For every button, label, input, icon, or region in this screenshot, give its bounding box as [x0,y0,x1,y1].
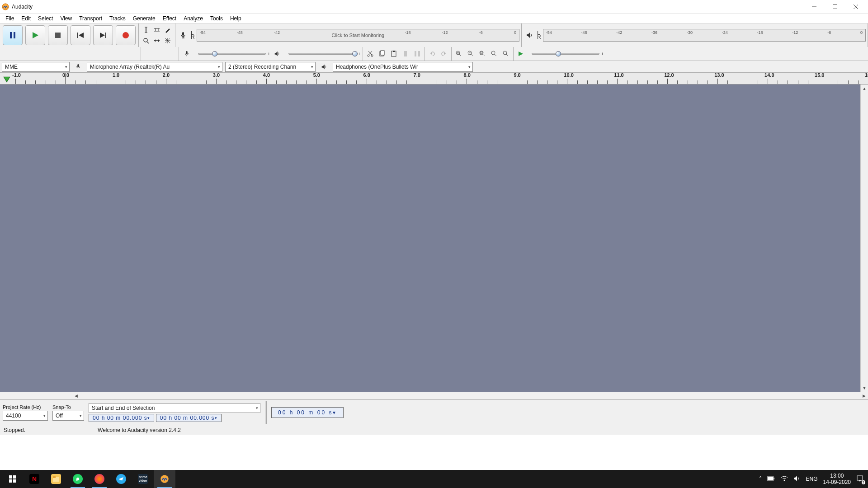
svg-line-32 [368,51,372,55]
redo-button[interactable] [439,48,449,59]
menu-transport[interactable]: Transport [75,14,106,23]
tray-notifications-icon[interactable]: 2 [856,475,863,483]
speaker-icon[interactable] [524,29,535,41]
menu-tools[interactable]: Tools [207,14,226,23]
scroll-right-icon[interactable]: ▶ [860,392,868,399]
menu-view[interactable]: View [57,14,75,23]
playback-meter-toolbar: LR -54-48-42-36-30-24-18-12-60 [522,23,868,47]
scroll-left-icon[interactable]: ◀ [72,392,80,399]
menu-select[interactable]: Select [34,14,57,23]
taskbar-app-netflix[interactable]: N [24,470,45,488]
selection-end-time[interactable]: 00 h 00 m 00.000 s▾ [156,414,222,422]
cut-button[interactable] [365,48,376,59]
zoom-out-button[interactable] [465,48,476,59]
skip-start-button[interactable] [71,25,90,45]
menu-generate[interactable]: Generate [129,14,159,23]
selection-mode-combo[interactable]: Start and End of Selection▾ [89,403,260,413]
taskbar-app-explorer[interactable] [45,470,67,488]
menu-analyze[interactable]: Analyze [180,14,207,23]
svg-point-17 [144,38,147,42]
timeshift-tool-button[interactable] [151,35,162,46]
playback-volume-slider[interactable]: − + [284,51,361,56]
tray-battery-icon[interactable] [767,476,775,483]
maximize-button[interactable] [825,0,845,14]
svg-line-53 [495,54,496,56]
trim-button[interactable] [400,48,411,59]
selection-tool-button[interactable] [141,24,151,35]
menu-tracks[interactable]: Tracks [106,14,129,23]
svg-marker-59 [4,77,10,82]
play-button[interactable] [25,25,45,45]
svg-line-47 [471,54,473,56]
multi-tool-button[interactable] [162,35,173,46]
record-button[interactable] [116,25,136,45]
minimize-button[interactable] [804,0,825,14]
pinned-play-head-icon[interactable] [3,76,11,84]
track-area[interactable]: ▲ ▼ [0,84,868,392]
svg-rect-60 [9,475,12,479]
audio-host-combo[interactable]: MME▾ [2,62,70,72]
svg-rect-62 [9,479,12,483]
envelope-tool-button[interactable] [151,24,162,35]
svg-rect-38 [415,51,416,56]
taskbar-app-audacity[interactable] [154,470,175,488]
scroll-down-icon[interactable]: ▼ [861,384,868,392]
taskbar-app-firefox[interactable] [89,470,110,488]
stop-button[interactable] [48,25,68,45]
pause-button[interactable] [3,25,23,45]
menu-edit[interactable]: Edit [18,14,34,23]
paste-button[interactable] [388,48,399,59]
fit-selection-button[interactable] [477,48,488,59]
playback-meter[interactable]: -54-48-42-36-30-24-18-12-60 [543,29,866,42]
undo-button[interactable] [427,48,438,59]
horizontal-scrollbar[interactable]: ◀ ▶ [0,392,868,399]
menu-file[interactable]: File [2,14,18,23]
menu-effect[interactable]: Effect [159,14,180,23]
fit-project-button[interactable] [489,48,500,59]
project-rate-label: Project Rate (Hz) [3,404,48,410]
audio-position-time[interactable]: 00 h 00 m 00 s▾ [271,407,344,418]
svg-rect-37 [404,51,407,56]
taskbar-app-telegram[interactable] [110,470,132,488]
vertical-scrollbar[interactable]: ▲ ▼ [860,84,868,392]
transport-toolbar [0,23,139,47]
draw-tool-button[interactable] [162,24,173,35]
tray-chevron-icon[interactable]: ˄ [759,476,762,482]
tools-toolbar [139,23,175,47]
scroll-up-icon[interactable]: ▲ [861,84,868,92]
snap-to-label: Snap-To [52,404,84,410]
recording-meter[interactable]: -54-48-42-18-12-60 Click to Start Monito… [197,29,519,42]
svg-marker-25 [527,33,530,38]
project-rate-combo[interactable]: 44100▾ [3,411,48,421]
close-button[interactable] [845,0,866,14]
svg-rect-57 [77,64,79,67]
zoom-tool-button[interactable] [141,35,151,46]
timeline-ruler[interactable]: -1.00.01.02.03.04.05.06.07.08.09.010.011… [0,73,868,84]
tray-clock[interactable]: 13:00 14-09-2020 [823,473,851,485]
recording-channels-combo[interactable]: 2 (Stereo) Recording Chann▾ [225,62,316,72]
playback-device-combo[interactable]: Headphones (OnePlus Bullets Wir▾ [333,62,473,72]
menu-help[interactable]: Help [226,14,245,23]
zoom-in-button[interactable] [453,48,464,59]
playback-speed-slider[interactable]: − + [527,51,604,56]
copy-button[interactable] [377,48,387,59]
svg-marker-28 [275,52,278,56]
zoom-toolbar [452,47,514,61]
start-button[interactable] [2,470,24,488]
skip-end-button[interactable] [93,25,113,45]
snap-to-combo[interactable]: Off▾ [52,411,84,421]
silence-button[interactable] [412,48,423,59]
recording-volume-slider[interactable]: − + [193,51,270,56]
tray-wifi-icon[interactable] [781,475,788,483]
tray-language[interactable]: ENG [806,476,818,482]
taskbar-app-prime[interactable]: primevideo [132,470,154,488]
mic-icon[interactable] [177,29,189,41]
selection-start-time[interactable]: 00 h 00 m 00.000 s▾ [89,414,154,422]
recording-device-combo[interactable]: Microphone Array (Realtek(R) Au▾ [87,62,222,72]
svg-point-71 [783,479,785,481]
svg-marker-10 [79,33,84,38]
taskbar-app-whatsapp[interactable] [67,470,89,488]
tray-volume-icon[interactable] [793,475,801,483]
zoom-toggle-button[interactable] [500,48,511,59]
play-at-speed-button[interactable] [515,48,526,59]
